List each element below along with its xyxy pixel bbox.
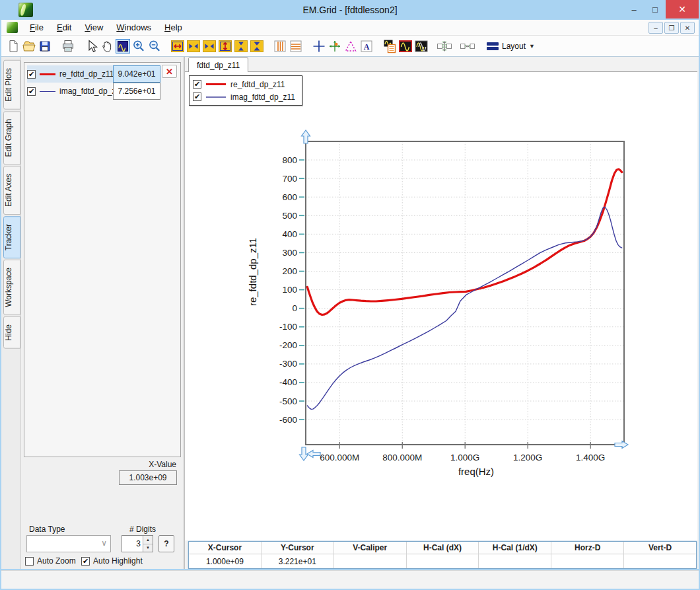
plot-document-area: fdtd_dp_z11 8007006005004003002001000-10… (185, 57, 699, 569)
menu-help[interactable]: Help (158, 20, 189, 34)
cursor-readout-table: X-Cursor1.000e+09Y-Cursor3.221e+01V-Cali… (188, 541, 697, 569)
new-file-icon[interactable] (5, 38, 21, 54)
cursor-column: X-Cursor1.000e+09 (189, 542, 262, 568)
legend-checkbox[interactable]: ✔ (193, 92, 201, 101)
cursor-value (479, 554, 551, 568)
minimize-button[interactable]: – (623, 0, 645, 18)
crosshair-icon[interactable] (311, 38, 327, 54)
horizontal-grid-icon[interactable] (288, 38, 304, 54)
shrink-y-icon[interactable] (249, 38, 265, 54)
tracker-value-box[interactable]: 7.256e+01 (113, 83, 160, 100)
cursor-value (407, 554, 479, 568)
chart[interactable]: 8007006005004003002001000-100-200-300-40… (185, 72, 700, 541)
auto-zoom-option[interactable]: Auto Zoom (25, 556, 76, 566)
child-close-button[interactable]: ✕ (680, 22, 695, 34)
cursor-header: Y-Cursor (262, 542, 333, 554)
svg-text:300: 300 (282, 248, 297, 258)
expand-x-icon[interactable] (170, 38, 186, 54)
sidebar-tab-edit-plots[interactable]: Edit Plots (3, 60, 20, 110)
data-type-select[interactable]: ∨ (26, 535, 111, 552)
menu-file[interactable]: File (23, 20, 50, 34)
sidebar-tab-hide[interactable]: Hide (3, 316, 20, 349)
x-value-label: X-Value (94, 460, 176, 469)
cursor-column: Horz-D (551, 542, 624, 568)
halign-plots-icon[interactable] (460, 38, 475, 54)
cursor-value: 3.221e+01 (262, 554, 333, 568)
zoom-out-icon[interactable] (147, 38, 162, 54)
axes-tracker-icon[interactable] (327, 38, 343, 54)
cursor-column: Vert-D (624, 542, 696, 568)
sidebar-tab-edit-graph[interactable]: Edit Graph (3, 111, 20, 165)
plot-list-icon[interactable] (382, 38, 398, 54)
toolbar-separator (76, 38, 83, 54)
legend-line-sample (206, 83, 226, 85)
sidebar-tab-edit-axes[interactable]: Edit Axes (3, 166, 20, 215)
legend-checkbox[interactable]: ✔ (193, 80, 201, 89)
stretch-x-icon[interactable] (186, 38, 201, 54)
shrink-x-icon[interactable] (201, 38, 217, 54)
auto-zoom-checkbox[interactable] (25, 557, 34, 566)
menu-windows[interactable]: Windows (110, 20, 158, 34)
series-checkbox[interactable]: ✔ (27, 70, 36, 79)
cursor-header: H-Cal (1/dX) (479, 542, 551, 554)
digits-stepper[interactable]: 3 ▲ ▼ (122, 535, 153, 552)
pan-hand-icon[interactable] (99, 38, 115, 54)
vertical-grid-icon[interactable] (272, 38, 288, 54)
series-checkbox[interactable]: ✔ (27, 87, 36, 96)
sidebar-tab-tracker[interactable]: Tracker (3, 216, 20, 258)
series-label: re_fdtd_dp_z11 (59, 69, 114, 79)
select-cursor-icon[interactable] (83, 38, 99, 54)
cursor-value (624, 554, 696, 568)
expand-y-icon[interactable] (217, 38, 233, 54)
maximize-button[interactable]: □ (645, 0, 666, 18)
print-icon[interactable] (60, 38, 76, 54)
plot-multi-icon[interactable] (413, 38, 429, 54)
legend-item: ✔re_fdtd_dp_z11 (193, 78, 295, 91)
series-row[interactable]: ✔re_fdtd_dp_z11 (27, 65, 114, 83)
series-row[interactable]: ✔imag_fdtd_dp_z11 (27, 83, 114, 100)
svg-text:-300: -300 (279, 359, 297, 369)
svg-text:re_fdtd_dp_z11: re_fdtd_dp_z11 (247, 238, 258, 306)
open-file-icon[interactable] (21, 38, 37, 54)
toolbar-separator (265, 38, 272, 54)
close-button[interactable]: ✕ (666, 0, 699, 18)
child-minimize-button[interactable]: – (648, 22, 663, 34)
series-line-sample (40, 91, 55, 92)
auto-highlight-checkbox[interactable]: ✔ (81, 557, 90, 566)
layout-button[interactable]: Layout▼ (483, 40, 539, 52)
cursor-header: H-Cal (dX) (407, 542, 479, 554)
save-icon[interactable] (37, 38, 53, 54)
menu-edit[interactable]: Edit (50, 20, 78, 34)
svg-text:500: 500 (282, 211, 297, 221)
plot-single-icon[interactable] (398, 38, 413, 54)
auto-highlight-option[interactable]: ✔ Auto Highlight (81, 556, 143, 566)
help-button[interactable]: ? (158, 535, 174, 552)
document-tab[interactable]: fdtd_dp_z11 (188, 57, 248, 72)
sidebar-tab-workspace[interactable]: Workspace (3, 260, 20, 315)
spin-up-button[interactable]: ▲ (143, 536, 153, 544)
app-window: EM.Grid - [fdtdlesson2] –□✕ FileEditView… (0, 0, 700, 590)
x-value-field[interactable]: 1.003e+09 (119, 470, 177, 485)
menu-bar: FileEditViewWindowsHelp –❐✕ (1, 20, 699, 36)
child-restore-button[interactable]: ❐ (664, 22, 679, 34)
svg-text:-200: -200 (279, 340, 297, 350)
toolbar-separator (162, 38, 170, 54)
spin-down-button[interactable]: ▼ (143, 544, 153, 552)
chevron-down-icon: ∨ (101, 538, 107, 548)
cursor-value: 1.000e+09 (189, 554, 261, 568)
valign-plots-icon[interactable] (437, 38, 452, 54)
menu-view[interactable]: View (78, 20, 110, 34)
zoom-in-icon[interactable] (131, 38, 147, 54)
tracker-mode-icon[interactable] (115, 38, 131, 54)
text-label-icon[interactable]: A (359, 38, 374, 54)
cursor-header: Vert-D (624, 542, 696, 554)
tracker-value-box[interactable]: 9.042e+01 (113, 65, 160, 83)
digits-label: # Digits (129, 525, 156, 534)
close-tracker-button[interactable]: ✕ (162, 65, 177, 78)
stretch-y-icon[interactable] (233, 38, 249, 54)
layout-label: Layout (502, 42, 526, 51)
triangle-marker-icon[interactable] (343, 38, 359, 54)
data-type-label: Data Type (29, 525, 65, 534)
plot-canvas: 8007006005004003002001000-100-200-300-40… (185, 71, 697, 540)
cursor-value (334, 554, 406, 568)
